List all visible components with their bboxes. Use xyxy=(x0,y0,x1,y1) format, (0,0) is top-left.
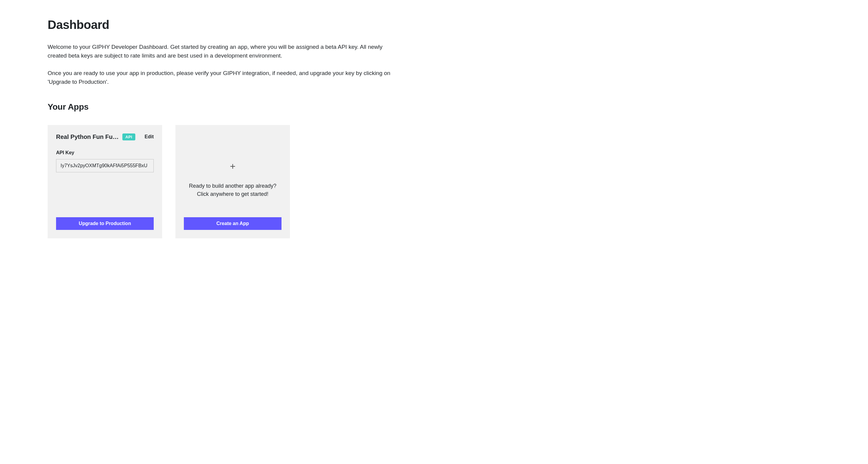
create-app-card[interactable]: + Ready to build another app already? Cl… xyxy=(176,125,290,238)
plus-icon: + xyxy=(230,161,236,171)
create-an-app-button[interactable]: Create an App xyxy=(184,217,281,230)
app-card-header: Real Python Fun Fun F… API Edit xyxy=(56,133,154,141)
create-prompt-line-2: Click anywhere to get started! xyxy=(189,190,276,198)
edit-link[interactable]: Edit xyxy=(145,134,154,140)
apps-grid: Real Python Fun Fun F… API Edit API Key … xyxy=(48,125,820,238)
app-card: Real Python Fun Fun F… API Edit API Key … xyxy=(48,125,162,238)
api-key-label: API Key xyxy=(56,150,154,155)
upgrade-to-production-button[interactable]: Upgrade to Production xyxy=(56,217,154,230)
create-card-content: + Ready to build another app already? Cl… xyxy=(189,143,276,217)
create-prompt-line-1: Ready to build another app already? xyxy=(189,182,276,190)
intro-paragraph-1: Welcome to your GIPHY Developer Dashboar… xyxy=(48,42,400,60)
api-badge: API xyxy=(122,133,135,141)
app-name: Real Python Fun Fun F… xyxy=(56,133,120,141)
your-apps-heading: Your Apps xyxy=(48,102,820,112)
intro-paragraph-2: Once you are ready to use your app in pr… xyxy=(48,69,400,87)
create-prompt-text: Ready to build another app already? Clic… xyxy=(189,182,276,198)
page-title: Dashboard xyxy=(48,18,820,32)
api-key-field[interactable] xyxy=(56,159,154,172)
